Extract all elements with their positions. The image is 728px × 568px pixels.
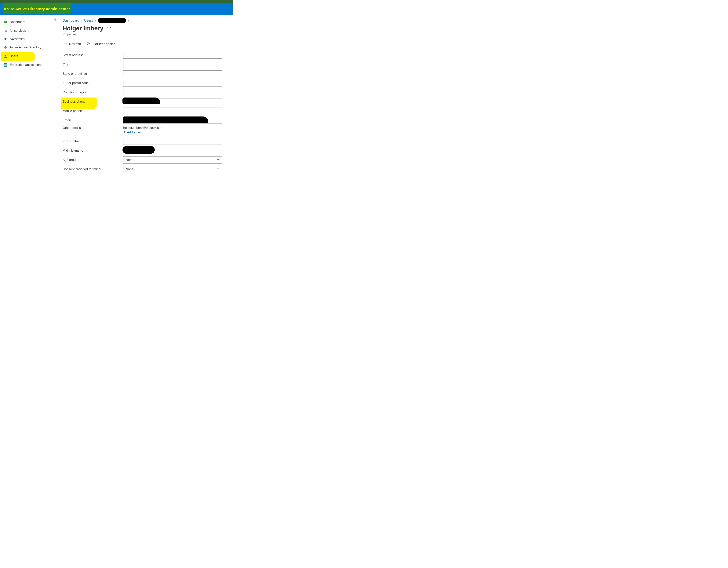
sidebar-enterprise-apps-label: Enterprise applications (10, 63, 42, 67)
svg-rect-9 (4, 66, 5, 67)
svg-rect-3 (4, 63, 5, 64)
label-country: Country or region (63, 90, 123, 94)
plus-icon (123, 130, 126, 134)
dashboard-icon (3, 20, 8, 24)
breadcrumb-dashboard[interactable]: Dashboard (63, 19, 79, 23)
input-mobile-phone[interactable] (123, 108, 222, 114)
label-business-phone: Business phone (63, 100, 86, 103)
sidebar-users-label: Users (10, 54, 18, 58)
select-age-group[interactable]: None (123, 156, 222, 163)
star-icon (3, 37, 8, 41)
mail-nickname-redacted (122, 146, 155, 154)
feedback-button[interactable]: Got feedback? (86, 42, 115, 46)
list-icon (3, 29, 8, 33)
row-other-emails: Other emails holger.imbery@outlook.com A… (63, 125, 225, 137)
refresh-button[interactable]: Refresh (63, 42, 81, 46)
row-fax: Fax number (63, 137, 225, 146)
label-city: City (63, 63, 123, 66)
command-bar: Refresh Got feedback? (63, 39, 225, 49)
sidebar-favorites-label: FAVORITES (10, 38, 24, 41)
input-city[interactable] (123, 61, 222, 68)
row-consent: Consent provided for minor None (63, 164, 225, 174)
sidebar-all-services-label: All services (10, 29, 26, 33)
chevron-down-icon (217, 158, 219, 162)
sidebar-favorites-header: FAVORITES (0, 35, 59, 43)
label-state: State or province (63, 72, 123, 76)
select-consent[interactable]: None (123, 166, 222, 173)
sidebar-item-users[interactable]: Users (0, 52, 59, 60)
sidebar-item-all-services[interactable]: All services (0, 26, 59, 35)
sidebar-aad-label: Azure Active Directory (10, 46, 41, 49)
input-country[interactable] (123, 89, 222, 96)
sidebar-item-dashboard[interactable]: Dashboard (0, 18, 59, 26)
row-zip: ZIP or postal code (63, 78, 225, 88)
svg-rect-1 (6, 22, 6, 23)
consent-value: None (126, 167, 133, 171)
properties-form: Street address City State or province ZI… (63, 50, 225, 174)
business-phone-redacted (122, 97, 160, 104)
refresh-icon (63, 42, 67, 46)
label-mobile-phone: Mobile phone (63, 109, 123, 113)
refresh-label: Refresh (69, 42, 81, 46)
label-email: Email (63, 118, 123, 122)
aad-diamond-icon (3, 46, 8, 49)
svg-point-11 (6, 66, 7, 67)
svg-rect-10 (5, 66, 6, 67)
main-content: Dashboard › Users › › Holger Imbery ··· … (59, 15, 233, 182)
breadcrumb-users[interactable]: Users (84, 19, 93, 23)
top-green-bar (0, 0, 233, 3)
age-group-value: None (126, 158, 133, 162)
label-mail-nickname: Mail nickname (63, 149, 123, 152)
label-consent: Consent provided for minor (63, 167, 123, 171)
svg-point-12 (87, 42, 89, 44)
sidebar-item-aad[interactable]: Azure Active Directory (0, 43, 59, 52)
svg-rect-5 (6, 63, 7, 64)
svg-point-13 (90, 45, 90, 46)
sidebar-dashboard-label: Dashboard (10, 20, 25, 24)
row-mail-nickname: Mail nickname (63, 146, 225, 155)
row-state: State or province (63, 69, 225, 78)
user-icon (3, 54, 8, 58)
svg-point-2 (5, 55, 6, 56)
svg-rect-7 (5, 64, 6, 65)
page-title: Holger Imbery (63, 25, 103, 32)
apps-grid-icon (3, 63, 8, 67)
row-email: Email (63, 115, 225, 125)
label-fax: Fax number (63, 139, 123, 143)
svg-rect-6 (4, 64, 5, 65)
breadcrumb-sep-1: › (81, 19, 82, 23)
sidebar: Dashboard All services FAVORITES Azure A… (0, 15, 59, 182)
sidebar-item-enterprise-apps[interactable]: Enterprise applications (0, 60, 59, 69)
row-city: City (63, 60, 225, 69)
input-fax[interactable] (123, 138, 222, 145)
row-mobile-phone: Mobile phone (63, 106, 225, 115)
row-business-phone: Business phone (63, 97, 225, 106)
breadcrumb-sep-3: › (128, 19, 129, 23)
other-emails-value: holger.imbery@outlook.com (123, 126, 225, 130)
breadcrumb-redacted (98, 18, 126, 23)
input-state[interactable] (123, 70, 222, 77)
breadcrumb-sep-2: › (95, 19, 96, 23)
input-street-address[interactable] (123, 52, 222, 59)
email-redacted (123, 116, 208, 123)
label-age-group: Age group (63, 158, 123, 162)
add-email-label: Add email (127, 130, 141, 134)
row-country: Country or region (63, 88, 225, 97)
more-menu-button[interactable]: ··· (107, 25, 111, 29)
svg-rect-4 (5, 63, 6, 64)
feedback-icon (86, 42, 91, 46)
label-other-emails: Other emails (63, 126, 123, 130)
chevron-down-icon (217, 167, 219, 171)
feedback-label: Got feedback? (93, 42, 115, 46)
label-zip: ZIP or postal code (63, 81, 123, 85)
svg-rect-8 (6, 64, 7, 65)
input-zip[interactable] (123, 80, 222, 86)
page-subtitle: Properties (63, 33, 225, 36)
label-street-address: Street address (63, 53, 123, 57)
row-age-group: Age group None (63, 155, 225, 164)
app-title: Azure Active Directory admin center (4, 7, 70, 11)
row-street-address: Street address (63, 50, 225, 60)
top-bar: Azure Active Directory admin center (0, 3, 233, 15)
breadcrumb: Dashboard › Users › › (63, 18, 225, 23)
add-email-link[interactable]: Add email (123, 130, 141, 134)
